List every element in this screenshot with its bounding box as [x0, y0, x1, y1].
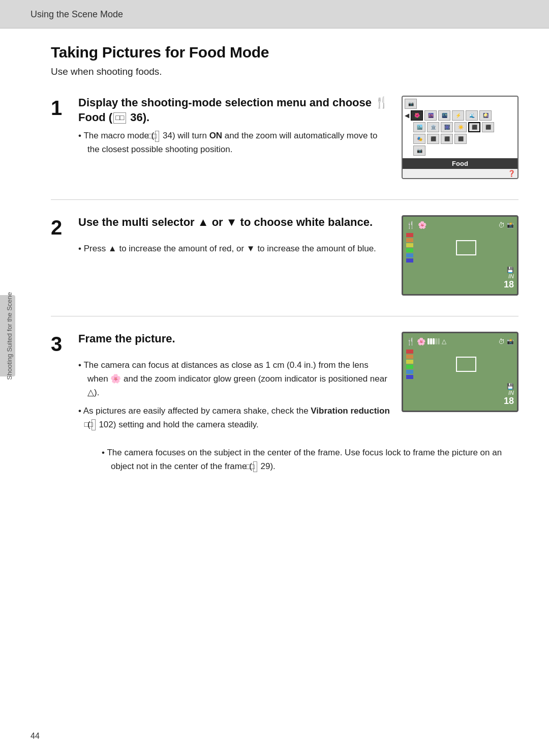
lcd-macro-icon-3: 🌸	[417, 337, 425, 345]
food-icon-scene5: 🌊	[466, 110, 478, 121]
lcd-screen-3: 🍴 🌸 △	[402, 332, 518, 412]
food-icon-scene3: 🌃	[438, 110, 450, 121]
food-icon-row-4: 📷	[405, 146, 515, 156]
color-strip-green-3	[406, 365, 413, 369]
food-icon-r2-3: 🎆	[441, 122, 453, 132]
color-strip-orange-3	[406, 355, 413, 359]
color-strip-yellow	[406, 243, 413, 247]
step-3-extra-bullets: The camera focuses on the subject in the…	[102, 446, 518, 473]
food-icon-camera: 📷	[405, 99, 417, 109]
step-3-row: 3 Frame the picture. The camera can focu…	[51, 332, 518, 435]
food-icon-r2-1: 🏙️	[413, 122, 425, 132]
food-icon-r2-6: ⬛	[482, 122, 494, 132]
color-strip-bluelight-3	[406, 370, 413, 374]
main-content: Taking Pictures for Food Mode Use when s…	[0, 28, 549, 508]
lcd-fork-icon-3: 🍴	[406, 337, 415, 345]
lcd-selfie-icon: 📸	[507, 222, 514, 228]
lcd-fork-icon: 🍴	[406, 221, 415, 229]
divider-1	[51, 199, 518, 200]
focus-bracket-area-3	[418, 357, 514, 372]
food-icon-r2-2: 🏛️	[427, 122, 439, 132]
focus-bracket-3	[456, 357, 476, 372]
food-icon-scene6: 🎑	[479, 110, 492, 121]
food-icon-r2-5: ⬛	[468, 122, 480, 132]
color-strip-blue	[406, 258, 413, 263]
sidebar-label: Shooting Suited for the Scene	[6, 292, 13, 380]
food-icon-r3-3: ⬛	[441, 134, 453, 144]
color-strip-red-3	[406, 350, 413, 354]
top-bar: Using the Scene Mode	[0, 0, 549, 28]
top-bar-label: Using the Scene Mode	[30, 9, 123, 19]
step-3-screen: 🍴 🌸 △	[402, 332, 518, 412]
food-icon-row-3: 🎭 ⬛ ⬛ ⬛	[405, 134, 515, 144]
step-2-header: 2 Use the multi selector ▲ or ▼ to choos…	[51, 215, 391, 238]
food-icon-r4-1: 📷	[413, 146, 425, 156]
color-strip-yellow-3	[406, 360, 413, 364]
step-3-title-text: Frame the picture.	[78, 332, 175, 345]
step-3-header: 3 Frame the picture.	[51, 332, 391, 354]
focus-bracket-area	[418, 240, 514, 255]
lcd-shots-counter: 💾 IN 18	[504, 267, 514, 290]
color-strip-blue-light	[406, 253, 413, 257]
step-1-title: Display the shooting-mode selection menu…	[78, 96, 391, 125]
lcd-timer-icon-3: ⏱	[498, 338, 505, 345]
step-3-bullet-2: As pictures are easily affected by camer…	[78, 404, 391, 431]
food-label: Food	[403, 158, 517, 169]
step-2-number: 2	[51, 215, 69, 238]
step-1-title-text: Display the shooting-mode selection menu…	[78, 96, 388, 124]
color-strip-red	[406, 233, 413, 237]
lcd-top-row-2: 🍴 🌸 ⏱ 📸	[406, 221, 514, 229]
food-icon-r3-2: ⬛	[427, 134, 439, 144]
step-2-body: Press ▲ to increase the amount of red, o…	[78, 242, 391, 255]
food-menu-screen: 📷 ◀ 🌺 🌆 🌃 ⚡ 🌊 🎑	[402, 96, 518, 179]
lcd-mountain-icon: △	[442, 338, 446, 345]
food-icon-scene4: ⚡	[452, 110, 464, 121]
lcd-in-label: IN	[508, 273, 514, 279]
step-1-header: 1 Display the shooting-mode selection me…	[51, 96, 391, 125]
lcd-color-strips-3	[406, 350, 413, 379]
lcd-memory-icon-3: 💾	[507, 383, 514, 390]
lcd-top-row-3: 🍴 🌸 △	[406, 337, 514, 345]
focus-bracket	[456, 240, 476, 255]
lcd-zoom-bar	[428, 338, 440, 344]
step-3-body: The camera can focus at distances as clo…	[78, 358, 391, 431]
step-3-number: 3	[51, 332, 69, 354]
step-3-title-wrap: Frame the picture.	[78, 332, 175, 346]
lcd-bottom-row-3: 💾 IN 18	[406, 383, 514, 406]
page-subtitle: Use when shooting foods.	[51, 66, 518, 77]
step-1-screen: 📷 ◀ 🌺 🌆 🌃 ⚡ 🌊 🎑	[402, 96, 518, 179]
lcd-shots-number-3: 18	[504, 396, 514, 406]
food-icon-row-0: 📷	[405, 99, 515, 109]
step-2-content: 2 Use the multi selector ▲ or ▼ to choos…	[51, 215, 402, 259]
food-icon-r3-1: 🎭	[413, 134, 425, 144]
page-number: 44	[30, 732, 40, 741]
food-screen-top: 📷 ◀ 🌺 🌆 🌃 ⚡ 🌊 🎑	[403, 97, 517, 158]
step-3-content: 3 Frame the picture. The camera can focu…	[51, 332, 402, 435]
food-icon-row-2: 🏙️ 🏛️ 🎆 ☀️ ⬛ ⬛	[405, 122, 515, 132]
color-strip-blue-3	[406, 375, 413, 379]
step-1-body: The macro mode (□□ 34) will turn ON and …	[78, 129, 391, 156]
step-3-bullet-3: The camera focuses on the subject in the…	[102, 446, 518, 473]
lcd-bottom-row-2: 💾 IN 18	[406, 267, 514, 290]
sidebar-text-wrap: Shooting Suited for the Scene	[3, 295, 15, 376]
lcd-screen-2: 🍴 🌸 ⏱ 📸	[402, 215, 518, 296]
step-2-title-wrap: Use the multi selector ▲ or ▼ to choose …	[78, 215, 373, 230]
step-2-bullet-1: Press ▲ to increase the amount of red, o…	[78, 242, 391, 255]
divider-2	[51, 316, 518, 316]
lcd-macro-icon: 🌸	[418, 221, 426, 229]
lcd-color-strips	[406, 233, 413, 263]
lcd-in-label-3: IN	[508, 390, 514, 396]
page: Using the Scene Mode Shooting Suited for…	[0, 0, 549, 756]
page-title: Taking Pictures for Food Mode	[51, 44, 518, 61]
step-2-title-text: Use the multi selector ▲ or ▼ to choose …	[78, 216, 373, 228]
lcd-shots-number: 18	[504, 279, 514, 290]
food-icon-r2-4: ☀️	[454, 122, 467, 132]
food-help-icon: ❓	[403, 169, 517, 178]
step-1-bullet-1: The macro mode (□□ 34) will turn ON and …	[78, 129, 391, 156]
lcd-timer-icon: ⏱	[498, 221, 505, 229]
step-1-number: 1	[51, 96, 69, 118]
step-2-screen: 🍴 🌸 ⏱ 📸	[402, 215, 518, 296]
lcd-selfie-icon-3: 📸	[507, 338, 514, 345]
step-2-row: 2 Use the multi selector ▲ or ▼ to choos…	[51, 215, 518, 296]
food-icon-r3-4: ⬛	[454, 134, 467, 144]
